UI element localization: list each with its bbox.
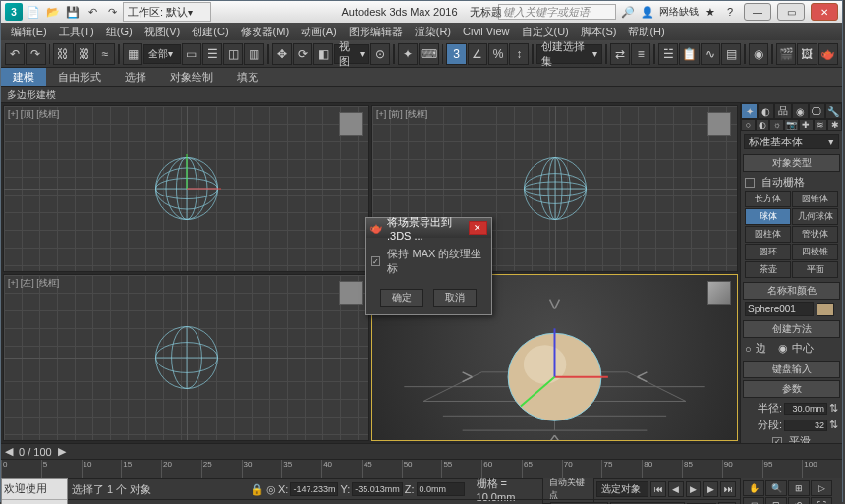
systems-cat-icon[interactable]: ✱ [827, 119, 842, 131]
menu-script[interactable]: 脚本(S) [575, 23, 623, 40]
prim-tube[interactable]: 管状体 [792, 226, 838, 243]
zoom-icon[interactable]: 🔍 [765, 480, 787, 496]
mirror-icon[interactable]: ⇄ [610, 43, 630, 65]
radio-center[interactable]: ◉ [778, 342, 788, 355]
select-by-name-icon[interactable]: ☰ [202, 43, 222, 65]
help-search-input[interactable]: 键入关键字或短语 [498, 4, 616, 20]
menu-create[interactable]: 创建(C) [186, 23, 234, 40]
ribbon-tab-freeform[interactable]: 自由形式 [46, 68, 113, 86]
favorites-icon[interactable]: ★ [703, 4, 718, 20]
prev-frame-icon[interactable]: ◀ [668, 481, 684, 497]
prim-pyramid[interactable]: 四棱锥 [792, 244, 838, 260]
menu-view[interactable]: 视图(V) [139, 23, 187, 40]
smooth-checkbox[interactable]: ✓ [772, 437, 782, 443]
object-type-header[interactable]: 对象类型 [743, 154, 840, 172]
angle-snap-icon[interactable]: ∠ [468, 43, 487, 65]
display-tab-icon[interactable]: 🖵 [809, 103, 825, 119]
dialog-close-button[interactable]: ✕ [469, 221, 487, 235]
object-name-input[interactable]: Sphere001 [745, 302, 814, 316]
info-icon[interactable]: 🔎 [620, 4, 636, 20]
viewcube-icon[interactable] [339, 112, 363, 136]
menu-help[interactable]: 帮助(H) [622, 23, 670, 40]
lights-cat-icon[interactable]: ☼ [769, 119, 784, 131]
select-object-icon[interactable]: ▭ [182, 43, 201, 65]
material-editor-icon[interactable]: ◉ [749, 43, 768, 65]
time-slider[interactable]: ◀ 0 / 100 ▶ [1, 443, 842, 459]
menu-tools[interactable]: 工具(T) [53, 23, 100, 40]
select-move-icon[interactable]: ✥ [272, 43, 292, 65]
workspace-dropdown[interactable]: 工作区: 默认 ▾ [123, 2, 211, 22]
help-icon[interactable]: ? [722, 4, 738, 20]
open-icon[interactable]: 📂 [44, 4, 62, 20]
prim-cone[interactable]: 圆锥体 [792, 191, 838, 207]
create-tab-icon[interactable]: ✦ [741, 103, 758, 119]
render-production-icon[interactable]: 🫖 [818, 43, 838, 65]
fov-icon[interactable]: ▷ [811, 480, 832, 496]
select-manipulate-icon[interactable]: ✦ [398, 43, 418, 65]
viewcube-icon[interactable] [707, 281, 731, 305]
shapes-cat-icon[interactable]: ◐ [756, 119, 770, 131]
new-icon[interactable]: 📄 [25, 4, 42, 20]
save-icon[interactable]: 💾 [64, 4, 82, 20]
zoom-all-icon[interactable]: ⊞ [788, 480, 810, 496]
ribbon-tab-modeling[interactable]: 建模 [1, 68, 46, 86]
schematic-view-icon[interactable]: ▤ [721, 43, 741, 65]
play-icon[interactable]: ▶ [686, 481, 702, 497]
create-category-dropdown[interactable]: 标准基本体▾ [744, 134, 839, 149]
viewcube-icon[interactable] [339, 281, 363, 305]
radio-edge[interactable]: ○ [745, 343, 752, 355]
app-logo-icon[interactable]: 3 [5, 3, 23, 21]
parameters-header[interactable]: 参数 [743, 380, 840, 398]
ribbon-tab-selection[interactable]: 选择 [113, 68, 158, 86]
menu-customize[interactable]: 自定义(U) [516, 23, 575, 40]
maximize-button[interactable]: ▭ [777, 3, 805, 21]
segments-spinner[interactable]: 32 [784, 420, 827, 431]
isolate-icon[interactable]: ◎ [266, 483, 276, 496]
create-method-header[interactable]: 创建方法 [743, 320, 840, 338]
autogrid-checkbox[interactable] [745, 178, 755, 188]
prim-geosphere[interactable]: 几何球体 [792, 208, 838, 225]
spinner-snap-icon[interactable]: ↕ [509, 43, 529, 65]
prim-teapot[interactable]: 茶壶 [745, 261, 791, 278]
close-button[interactable]: ✕ [811, 3, 838, 21]
viewport-left[interactable]: [+] [左] [线框] [3, 274, 369, 441]
maxscript-mini-listener[interactable]: 欢迎使用 MAXSc [1, 478, 68, 504]
bind-space-warp-icon[interactable]: ≈ [95, 43, 115, 65]
render-setup-icon[interactable]: 🎬 [776, 43, 796, 65]
maximize-viewport-icon[interactable]: ⛶ [811, 497, 832, 504]
zoom-extents-all-icon[interactable]: ⊡ [765, 497, 787, 504]
cameras-cat-icon[interactable]: 📷 [784, 119, 799, 131]
hierarchy-tab-icon[interactable]: 品 [774, 103, 791, 119]
redo-button[interactable]: ↷ [26, 43, 45, 65]
radius-spinner[interactable]: 30.0mm [784, 403, 827, 415]
ribbon-tab-object-paint[interactable]: 对象绘制 [158, 68, 225, 86]
ref-coord-dropdown[interactable]: 视图▾ [334, 44, 369, 64]
layer-icon[interactable]: ☱ [658, 43, 678, 65]
dialog-ok-button[interactable]: 确定 [380, 289, 423, 307]
select-rotate-icon[interactable]: ⟳ [293, 43, 312, 65]
menu-animation[interactable]: 动画(A) [295, 23, 343, 40]
redo-icon[interactable]: ↷ [103, 4, 121, 20]
geometry-cat-icon[interactable]: ○ [741, 119, 756, 131]
x-coord-input[interactable]: -147.233m [290, 482, 338, 496]
scene-explorer-icon[interactable]: 📋 [679, 43, 699, 65]
prim-torus[interactable]: 圆环 [745, 244, 791, 260]
viewcube-icon[interactable] [707, 112, 731, 136]
window-crossing-icon[interactable]: ▥ [244, 43, 263, 65]
keep-texture-coords-checkbox[interactable]: ✓ [371, 256, 380, 266]
selection-filter-icon[interactable]: ▦ [123, 43, 142, 65]
orbit-icon[interactable]: ⟲ [788, 497, 810, 504]
menu-modifier[interactable]: 修改器(M) [235, 23, 296, 40]
time-ruler[interactable]: 0510152025303540455055606570758085909510… [1, 459, 842, 478]
user-icon[interactable]: 👤 [640, 4, 655, 20]
utilities-tab-icon[interactable]: 🔧 [825, 103, 842, 119]
pan-icon[interactable]: ✋ [743, 480, 764, 496]
next-frame-icon[interactable]: ▶ [703, 481, 718, 497]
dialog-cancel-button[interactable]: 取消 [433, 289, 477, 307]
motion-tab-icon[interactable]: ◉ [792, 103, 809, 119]
prim-plane[interactable]: 平面 [792, 261, 838, 278]
rendered-frame-icon[interactable]: 🖼 [797, 43, 817, 65]
undo-button[interactable]: ↶ [5, 43, 25, 65]
selection-filter-dropdown[interactable]: 全部▾ [143, 44, 180, 64]
menu-graph-editor[interactable]: 图形编辑器 [343, 23, 409, 40]
